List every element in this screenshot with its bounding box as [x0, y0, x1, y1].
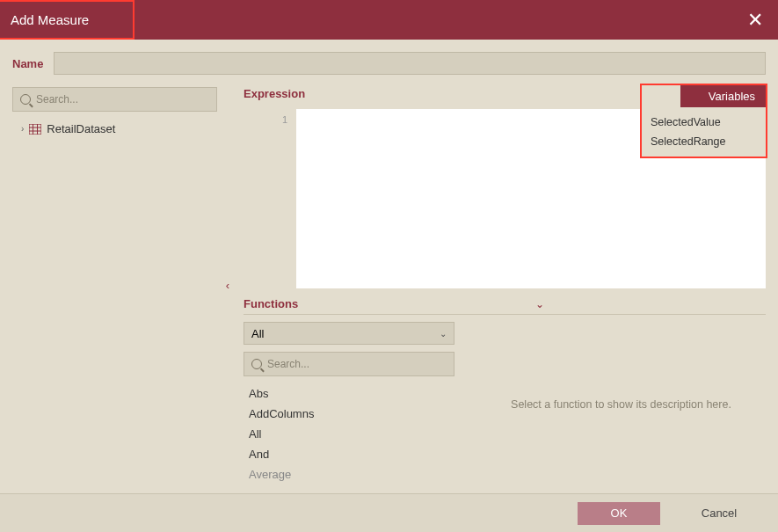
chevron-down-icon[interactable]: ⌄	[535, 298, 544, 310]
expression-label: Expression	[244, 87, 305, 100]
tree-search-input[interactable]	[36, 93, 209, 106]
functions-search[interactable]	[244, 352, 454, 376]
functions-label: Functions	[244, 297, 298, 310]
chevron-right-icon: ›	[21, 124, 24, 134]
ok-button[interactable]: OK	[578, 502, 660, 525]
functions-filter-selected: All	[251, 327, 264, 340]
editor-gutter: 1	[244, 109, 296, 288]
search-icon	[251, 359, 262, 369]
function-item[interactable]: All	[244, 424, 459, 444]
dialog-title: Add Measure	[0, 0, 135, 40]
name-label: Name	[12, 57, 43, 70]
function-description-placeholder: Select a function to show its descriptio…	[476, 322, 766, 487]
variable-item[interactable]: SelectedValue	[642, 113, 766, 132]
function-item[interactable]: Abs	[244, 383, 459, 404]
sidebar: › RetailDataset	[12, 87, 217, 483]
name-input[interactable]	[54, 52, 766, 75]
dialog-footer: OK Cancel	[0, 493, 778, 532]
table-icon	[29, 124, 41, 135]
chevron-down-icon: ⌄	[440, 329, 447, 339]
function-item[interactable]: AddColumns	[244, 404, 459, 424]
function-item[interactable]: And	[244, 444, 459, 464]
function-item[interactable]: Average	[244, 464, 459, 485]
functions-list: Abs AddColumns All And Average	[244, 383, 459, 487]
tree-search[interactable]	[12, 87, 217, 112]
variables-panel: Variables SelectedValue SelectedRange	[640, 84, 767, 158]
tree-item-retaildataset[interactable]: › RetailDataset	[12, 119, 217, 139]
cancel-button[interactable]: Cancel	[678, 502, 760, 525]
line-number: 1	[244, 114, 287, 125]
functions-filter-select[interactable]: All ⌄	[244, 322, 454, 345]
variables-tab[interactable]: Variables	[680, 85, 766, 107]
close-icon[interactable]: ✕	[747, 9, 763, 32]
variable-item[interactable]: SelectedRange	[642, 132, 766, 151]
title-bar: Add Measure ✕	[0, 0, 778, 40]
search-icon	[20, 94, 31, 105]
tree-item-label: RetailDataset	[47, 122, 115, 135]
svg-rect-0	[29, 124, 41, 135]
functions-search-input[interactable]	[267, 358, 447, 370]
